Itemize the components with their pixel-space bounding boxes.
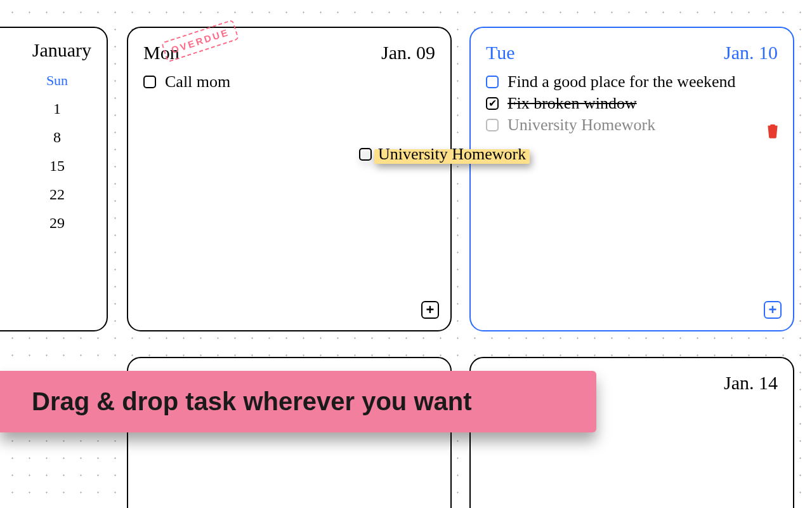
- task-label[interactable]: Fix broken window: [505, 94, 639, 113]
- task-row[interactable]: Fix broken window: [486, 94, 778, 113]
- weekday-sat: Sat: [0, 72, 19, 89]
- cal-cell[interactable]: [0, 100, 19, 117]
- mini-calendar[interactable]: January Sat Sun 1 78 1415 2122 2829 de: [0, 27, 108, 331]
- task-row[interactable]: Call mom: [143, 72, 435, 91]
- checkbox-icon[interactable]: [359, 148, 372, 161]
- day-date: Jan. 14: [724, 372, 778, 394]
- cal-cell[interactable]: 29: [19, 215, 95, 232]
- cal-cell[interactable]: 22: [19, 186, 95, 203]
- checkbox-checked-icon[interactable]: [486, 97, 499, 110]
- delete-task-button[interactable]: [766, 123, 779, 138]
- add-task-button[interactable]: +: [764, 301, 782, 319]
- cal-cell[interactable]: 14: [0, 157, 19, 175]
- calendar-month: January: [0, 39, 95, 61]
- task-label[interactable]: Call mom: [162, 72, 233, 91]
- cal-cell[interactable]: 1: [19, 100, 95, 117]
- add-task-button[interactable]: +: [421, 301, 439, 319]
- day-date: Jan. 10: [724, 42, 778, 64]
- task-row[interactable]: University Homework: [486, 116, 778, 135]
- dragging-task[interactable]: University Homework: [355, 142, 530, 166]
- task-label: University Homework: [378, 145, 526, 164]
- day-date: Jan. 09: [381, 42, 435, 64]
- day-name: Mon: [143, 42, 180, 64]
- task-row[interactable]: Find a good place for the weekend: [486, 72, 778, 91]
- checkbox-icon[interactable]: [486, 76, 499, 88]
- calendar-dates: 1 78 1415 2122 2829: [0, 100, 95, 232]
- day-card-tue[interactable]: Tue Jan. 10 Find a good place for the we…: [469, 27, 794, 331]
- task-label[interactable]: Find a good place for the weekend: [505, 72, 738, 91]
- task-label[interactable]: University Homework: [505, 116, 658, 135]
- calendar-weekday-row: Sat Sun: [0, 72, 95, 89]
- weekday-sun: Sun: [19, 72, 95, 89]
- checkbox-icon[interactable]: [486, 119, 499, 131]
- cal-cell[interactable]: 8: [19, 129, 95, 146]
- cal-cell[interactable]: 7: [0, 129, 19, 146]
- cal-cell[interactable]: 21: [0, 186, 19, 203]
- checkbox-icon[interactable]: [143, 76, 156, 88]
- day-card-mon[interactable]: Mon Jan. 09 Call mom +: [127, 27, 452, 331]
- cal-cell[interactable]: 15: [19, 157, 95, 175]
- promo-banner: Drag & drop task wherever you want: [0, 371, 596, 432]
- cal-cell[interactable]: 28: [0, 215, 19, 232]
- trash-icon: [766, 123, 779, 138]
- day-name: Tue: [486, 42, 515, 64]
